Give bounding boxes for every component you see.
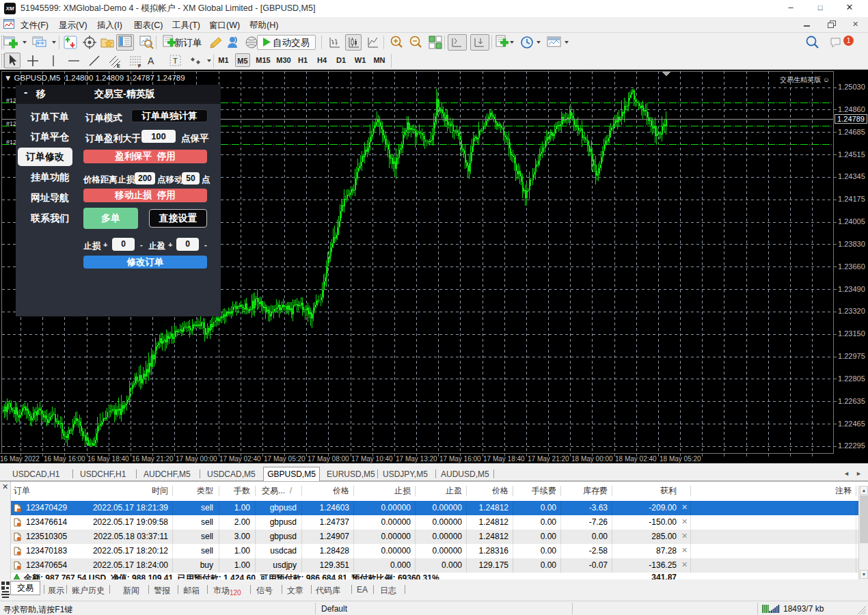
svg-text:F: F xyxy=(138,64,141,68)
svg-text:T: T xyxy=(173,57,178,65)
svg-text:E: E xyxy=(117,64,120,68)
